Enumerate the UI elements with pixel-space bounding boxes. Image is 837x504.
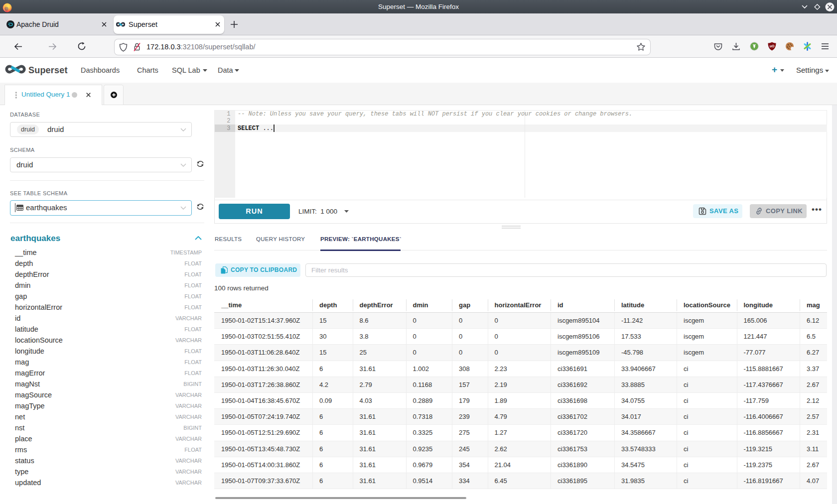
svg-text:uO: uO bbox=[770, 44, 775, 48]
